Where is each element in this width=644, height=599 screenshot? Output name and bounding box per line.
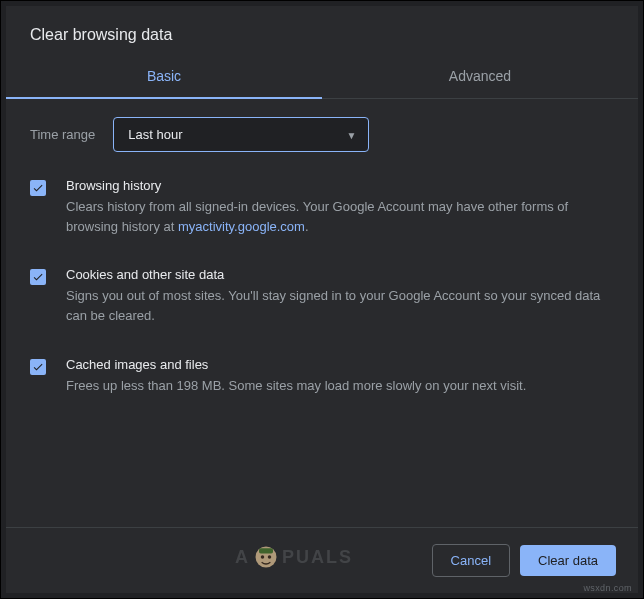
myactivity-link[interactable]: myactivity.google.com xyxy=(178,219,305,234)
tab-bar: Basic Advanced xyxy=(6,54,638,99)
dialog-content: Time range Last hour ▼ Browsing history … xyxy=(6,99,638,527)
option-desc: Frees up less than 198 MB. Some sites ma… xyxy=(66,376,614,396)
option-desc: Signs you out of most sites. You'll stay… xyxy=(66,286,614,326)
check-icon xyxy=(32,361,44,373)
check-icon xyxy=(32,271,44,283)
site-watermark: wsxdn.com xyxy=(583,583,632,593)
svg-rect-1 xyxy=(259,548,273,553)
option-text: Cookies and other site data Signs you ou… xyxy=(66,267,614,326)
checkbox-browsing-history[interactable] xyxy=(30,180,46,196)
tab-basic[interactable]: Basic xyxy=(6,54,322,98)
checkbox-cookies[interactable] xyxy=(30,269,46,285)
time-range-label: Time range xyxy=(30,127,95,142)
clear-browsing-data-dialog: Clear browsing data Basic Advanced Time … xyxy=(6,6,638,593)
checkbox-cache[interactable] xyxy=(30,359,46,375)
clear-data-button[interactable]: Clear data xyxy=(520,545,616,576)
cancel-button[interactable]: Cancel xyxy=(432,544,510,577)
chevron-down-icon: ▼ xyxy=(346,129,356,140)
dialog-header: Clear browsing data xyxy=(6,6,638,54)
option-text: Browsing history Clears history from all… xyxy=(66,178,614,237)
option-text: Cached images and files Frees up less th… xyxy=(66,357,614,396)
option-cache: Cached images and files Frees up less th… xyxy=(30,357,614,396)
svg-point-2 xyxy=(261,555,265,559)
time-range-select[interactable]: Last hour ▼ xyxy=(113,117,369,152)
option-browsing-history: Browsing history Clears history from all… xyxy=(30,178,614,237)
option-title: Browsing history xyxy=(66,178,614,193)
dialog-title: Clear browsing data xyxy=(30,26,614,44)
time-range-row: Time range Last hour ▼ xyxy=(30,117,614,152)
option-title: Cached images and files xyxy=(66,357,614,372)
tab-advanced[interactable]: Advanced xyxy=(322,54,638,98)
time-range-value: Last hour xyxy=(128,127,182,142)
appuals-logo-icon xyxy=(252,543,280,571)
option-desc: Clears history from all signed-in device… xyxy=(66,197,614,237)
svg-point-3 xyxy=(268,555,272,559)
option-title: Cookies and other site data xyxy=(66,267,614,282)
brand-watermark: A PUALS xyxy=(235,543,353,571)
option-cookies: Cookies and other site data Signs you ou… xyxy=(30,267,614,326)
check-icon xyxy=(32,182,44,194)
